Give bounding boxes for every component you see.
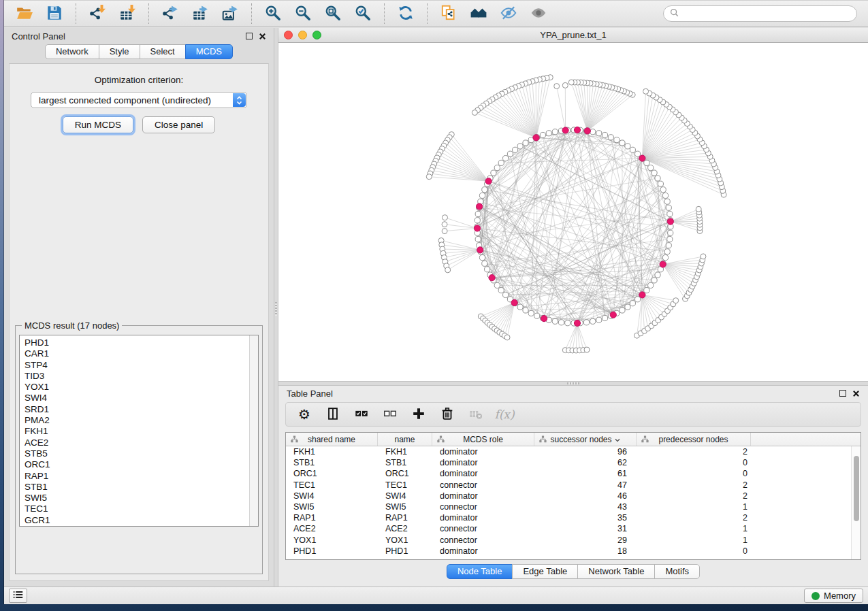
- tab-mcds[interactable]: MCDS: [185, 44, 233, 59]
- toolbar-separator: [427, 3, 428, 24]
- mcds-result-item[interactable]: PHD1: [25, 337, 258, 348]
- column-header-mcds-role[interactable]: MCDS role: [432, 433, 534, 446]
- export-table-button[interactable]: [189, 3, 212, 24]
- delete-row-button[interactable]: [438, 405, 457, 424]
- main-toolbar: [4, 0, 868, 27]
- export-image-button[interactable]: [219, 3, 242, 24]
- horizontal-splitter-handle[interactable]: [567, 382, 579, 384]
- mcds-result-item[interactable]: YOX1: [25, 382, 258, 393]
- mcds-result-item[interactable]: SWI4: [25, 393, 258, 403]
- refresh-button[interactable]: [394, 3, 417, 24]
- table-row[interactable]: PHD1PHD1dominator180: [286, 546, 861, 557]
- table-scrollbar[interactable]: [851, 446, 861, 559]
- tab-style[interactable]: Style: [99, 44, 140, 59]
- sort-chevron-icon[interactable]: [615, 435, 620, 444]
- tab-network-table[interactable]: Network Table: [577, 564, 655, 579]
- import-network-button[interactable]: [86, 3, 109, 24]
- zoom-selected-button[interactable]: [351, 3, 374, 24]
- table-cell: SWI5: [286, 501, 378, 512]
- table-row[interactable]: ACE2ACE2connector311: [286, 523, 861, 534]
- mcds-result-fieldset: MCDS result (17 nodes) PHD1CAR1STP4TID3Y…: [15, 320, 263, 574]
- attribute-type-icon: [291, 435, 298, 445]
- save-session-button[interactable]: [43, 3, 66, 24]
- tab-edge-table[interactable]: Edge Table: [512, 564, 578, 579]
- run-mcds-button[interactable]: Run MCDS: [63, 116, 133, 133]
- columns-button[interactable]: [323, 405, 342, 424]
- mcds-result-item[interactable]: ORC1: [25, 459, 258, 470]
- zoom-out-icon: [294, 4, 312, 24]
- table-row[interactable]: SWI4SWI4dominator462: [286, 491, 861, 501]
- mcds-result-item[interactable]: RAP1: [25, 471, 258, 482]
- table-cell: FKH1: [286, 446, 378, 457]
- vertical-splitter[interactable]: [274, 28, 278, 587]
- criterion-dropdown[interactable]: largest connected component (undirected): [31, 92, 247, 108]
- float-table-panel-icon[interactable]: [839, 390, 846, 397]
- zoom-out-button[interactable]: [291, 3, 315, 24]
- tab-motifs[interactable]: Motifs: [654, 564, 700, 579]
- open-file-button[interactable]: [13, 3, 36, 24]
- table-cell: connector: [432, 523, 534, 534]
- mcds-result-item[interactable]: SWI5: [25, 493, 258, 503]
- close-table-panel-icon[interactable]: [852, 390, 860, 397]
- task-list-icon: [13, 591, 23, 601]
- function-builder-icon: f(x): [494, 408, 514, 421]
- mcds-result-item[interactable]: STP4: [25, 360, 258, 371]
- export-network-button[interactable]: [159, 3, 182, 24]
- memory-button[interactable]: Memory: [804, 589, 863, 603]
- mcds-result-item[interactable]: PMA2: [25, 415, 258, 426]
- dropdown-stepper-icon: [233, 93, 246, 107]
- table-row[interactable]: YOX1YOX1connector291: [286, 535, 861, 546]
- mcds-result-item[interactable]: ACE2: [25, 437, 258, 448]
- select-all-button[interactable]: [352, 405, 371, 424]
- table-row[interactable]: FKH1FKH1dominator962: [286, 446, 861, 457]
- status-bar: Memory: [4, 587, 868, 604]
- mcds-result-item[interactable]: FKH1: [25, 426, 258, 437]
- zoom-fit-button[interactable]: [321, 3, 344, 24]
- search-input[interactable]: [682, 9, 850, 19]
- network-canvas[interactable]: [278, 43, 868, 381]
- table-row[interactable]: TEC1TEC1connector472: [286, 480, 861, 491]
- task-history-button[interactable]: [9, 589, 27, 603]
- search-box[interactable]: [663, 5, 857, 22]
- mcds-result-item[interactable]: SRD1: [25, 404, 258, 415]
- table-cell: 2: [637, 446, 751, 457]
- hide-selected-button[interactable]: [497, 3, 520, 24]
- import-table-button[interactable]: [116, 3, 139, 24]
- table-scrollbar-thumb[interactable]: [854, 456, 859, 521]
- vertical-splitter-handle[interactable]: [275, 302, 277, 316]
- mcds-list-scrollbar[interactable]: [249, 335, 258, 526]
- column-header-name[interactable]: name: [378, 433, 432, 446]
- table-row[interactable]: SWI5SWI5connector431: [286, 501, 861, 512]
- column-header-shared-name[interactable]: shared name: [286, 433, 378, 446]
- show-all-button[interactable]: [527, 3, 550, 24]
- mcds-result-items: PHD1CAR1STP4TID3YOX1SWI4SRD1PMA2FKH1ACE2…: [20, 335, 258, 526]
- table-panel-header: Table Panel: [278, 386, 868, 401]
- deselect-all-button[interactable]: [381, 405, 400, 424]
- close-panel-icon[interactable]: [259, 33, 266, 40]
- mcds-result-item[interactable]: STB5: [25, 448, 258, 459]
- duplicate-network-button[interactable]: [437, 3, 460, 24]
- table-cell: dominator: [432, 491, 534, 501]
- settings-button[interactable]: ⚙: [295, 405, 314, 424]
- table-row[interactable]: STB1STB1dominator620: [286, 457, 861, 468]
- tab-node-table[interactable]: Node Table: [447, 564, 513, 579]
- float-panel-icon[interactable]: [246, 33, 253, 39]
- mcds-result-item[interactable]: TID3: [25, 371, 258, 382]
- table-cell: 0: [637, 457, 751, 468]
- add-row-button[interactable]: [409, 405, 428, 424]
- table-row[interactable]: RAP1RAP1dominator352: [286, 512, 861, 523]
- column-header-successor-nodes[interactable]: successor nodes: [534, 433, 637, 446]
- mcds-result-item[interactable]: CAR1: [25, 348, 258, 359]
- close-panel-button[interactable]: Close panel: [142, 116, 215, 133]
- tab-select[interactable]: Select: [140, 44, 186, 59]
- mcds-result-item[interactable]: STB1: [25, 482, 258, 493]
- column-header-predecessor-nodes[interactable]: predecessor nodes: [637, 433, 751, 446]
- mcds-result-item[interactable]: GCR1: [25, 515, 258, 526]
- first-neighbors-button[interactable]: [467, 3, 490, 24]
- horizontal-splitter[interactable]: [278, 381, 868, 386]
- mcds-result-item[interactable]: TEC1: [25, 503, 258, 514]
- zoom-in-button[interactable]: [261, 3, 285, 24]
- table-row[interactable]: ORC1ORC1dominator610: [286, 468, 861, 479]
- tab-network[interactable]: Network: [45, 44, 99, 59]
- memory-label: Memory: [824, 591, 856, 601]
